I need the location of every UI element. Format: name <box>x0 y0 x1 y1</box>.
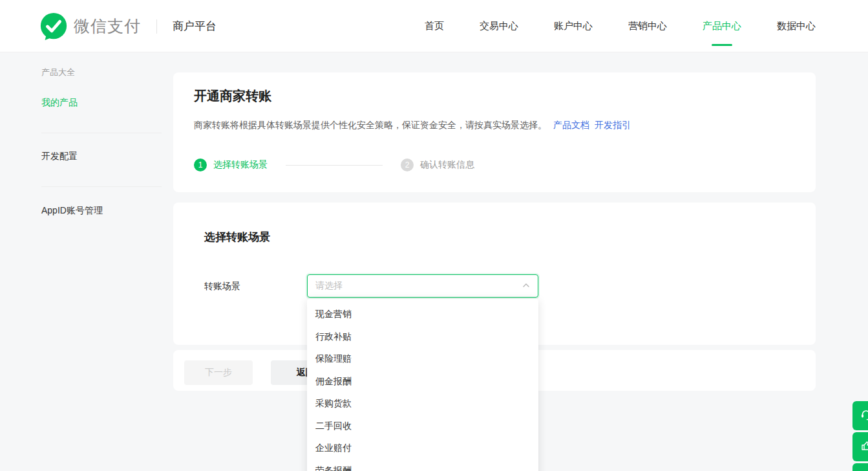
sidebar-item-my-products[interactable]: 我的产品 <box>41 97 78 109</box>
dropdown-option-cash-marketing[interactable]: 现金营销 <box>307 303 538 325</box>
floating-toolbar <box>852 401 868 471</box>
customer-service-button[interactable] <box>852 401 868 430</box>
description-text: 商家转账将根据具体转账场景提供个性化安全策略，保证资金安全，请按真实场景选择。 <box>194 120 547 130</box>
brand: 微信支付 商户平台 <box>39 0 217 52</box>
dropdown-option-secondhand-recycle[interactable]: 二手回收 <box>307 415 538 437</box>
top-header: 微信支付 商户平台 首页 交易中心 账户中心 营销中心 产品中心 数据中心 <box>0 0 868 52</box>
nav-item-product-center[interactable]: 产品中心 <box>703 20 741 32</box>
stepper-connector-line <box>286 165 383 166</box>
step-1-circle: 1 <box>194 159 207 171</box>
dropdown-option-admin-subsidy[interactable]: 行政补贴 <box>307 325 538 348</box>
sidebar-item-dev-config[interactable]: 开发配置 <box>41 151 78 162</box>
step-2-label: 确认转账信息 <box>420 159 474 171</box>
scenario-dropdown-panel: 现金营销 行政补贴 保险理赔 佣金报酬 采购货款 二手回收 企业赔付 劳务报酬 <box>307 299 538 471</box>
survey-button[interactable] <box>852 463 868 471</box>
dropdown-option-labor-remuneration[interactable]: 劳务报酬 <box>307 459 538 471</box>
nav-item-trade-center[interactable]: 交易中心 <box>480 20 518 32</box>
sidebar-item-appid-management[interactable]: AppID账号管理 <box>41 205 103 217</box>
feedback-icon <box>860 439 868 455</box>
customer-service-icon <box>860 408 868 424</box>
page-title: 开通商家转账 <box>194 87 271 105</box>
next-step-button[interactable]: 下一步 <box>184 360 253 385</box>
step-2-circle: 2 <box>401 159 414 171</box>
nav-item-account-center[interactable]: 账户中心 <box>554 20 593 32</box>
dropdown-option-commission-pay[interactable]: 佣金报酬 <box>307 370 538 393</box>
product-doc-link[interactable]: 产品文档 <box>553 120 589 130</box>
nav-item-home[interactable]: 首页 <box>425 20 444 32</box>
transfer-scenario-label: 转账场景 <box>204 281 240 292</box>
dropdown-option-procurement-payment[interactable]: 采购货款 <box>307 392 538 415</box>
page-description: 商家转账将根据具体转账场景提供个性化安全策略，保证资金安全，请按真实场景选择。产… <box>194 120 631 131</box>
chevron-up-icon <box>522 280 530 292</box>
main-nav: 首页 交易中心 账户中心 营销中心 产品中心 数据中心 <box>425 0 816 52</box>
brand-name: 微信支付 <box>74 16 141 37</box>
select-placeholder: 请选择 <box>315 280 522 292</box>
brand-divider <box>156 19 157 34</box>
transfer-scenario-select[interactable]: 请选择 <box>307 274 538 298</box>
nav-item-data-center[interactable]: 数据中心 <box>777 20 816 32</box>
sidebar-divider <box>41 133 162 133</box>
dropdown-option-enterprise-compensation[interactable]: 企业赔付 <box>307 437 538 459</box>
dev-guide-link[interactable]: 开发指引 <box>595 120 631 130</box>
merchant-platform-page: 微信支付 商户平台 首页 交易中心 账户中心 营销中心 产品中心 数据中心 产品… <box>0 0 868 471</box>
nav-item-marketing-center[interactable]: 营销中心 <box>628 20 667 32</box>
wechat-pay-logo-icon <box>39 12 69 41</box>
intro-card: 开通商家转账 商家转账将根据具体转账场景提供个性化安全策略，保证资金安全，请按真… <box>173 72 816 192</box>
step-1-label: 选择转账场景 <box>213 159 268 171</box>
stepper: 1 选择转账场景 2 确认转账信息 <box>194 159 474 171</box>
sidebar-section-title: 产品大全 <box>41 67 75 78</box>
form-section-title: 选择转账场景 <box>204 230 270 245</box>
portal-title: 商户平台 <box>173 19 217 34</box>
feedback-button[interactable] <box>852 432 868 461</box>
sidebar-divider <box>41 186 162 187</box>
dropdown-option-insurance-claim[interactable]: 保险理赔 <box>307 347 538 370</box>
